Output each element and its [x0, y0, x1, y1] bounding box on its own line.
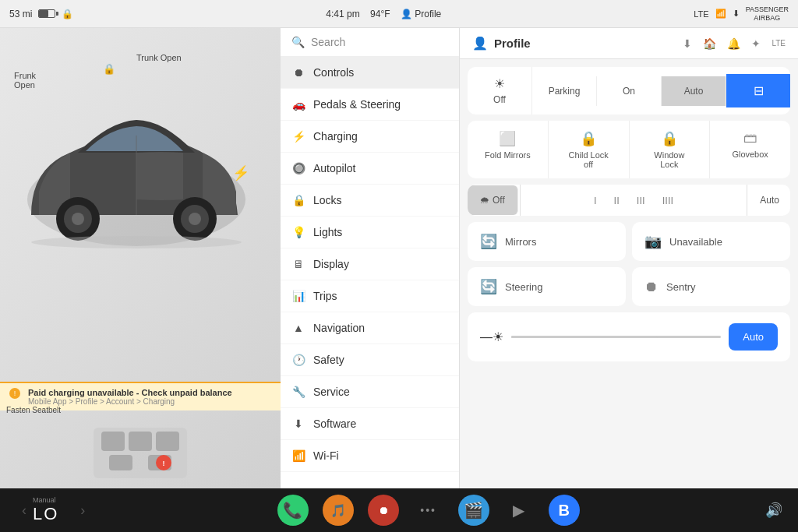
sidebar-icon-lights: 💡 — [291, 226, 305, 238]
sentry-setting[interactable]: ⏺ Sentry — [632, 267, 790, 306]
window-lock-btn[interactable]: 🔒 Window Lock — [630, 121, 711, 178]
wiper-speed-3[interactable]: III — [630, 188, 651, 213]
glovebox-btn[interactable]: 🗃 Glovebox — [710, 121, 790, 178]
sidebar-label-locks: Locks — [313, 194, 342, 206]
sentry-icon: ⏺ — [644, 279, 659, 295]
sidebar-item-display[interactable]: 🖥 Display — [281, 248, 459, 280]
brightness-slider[interactable] — [511, 336, 721, 338]
wiper-off-label: Off — [493, 195, 505, 206]
controls-content: ☀ Off Parking On Auto ⊟ — [460, 59, 798, 375]
lights-off-btn[interactable]: ☀ Off — [468, 67, 532, 115]
phone-app[interactable]: 📞 — [277, 495, 309, 526]
sidebar: 🔍 Search ⏺ Controls 🚗 Pedals & Steering … — [281, 28, 460, 488]
sidebar-item-charging[interactable]: ⚡ Charging — [281, 121, 459, 153]
wiper-auto-label: Auto — [760, 195, 779, 206]
wiper-speed-2[interactable]: II — [608, 188, 626, 213]
main-controls-panel: 👤 Profile ⬇ 🏠 🔔 ✦ LTE ☀ Off Parking On — [460, 28, 798, 488]
sidebar-item-lights[interactable]: 💡 Lights — [281, 217, 459, 248]
sidebar-item-pedals[interactable]: 🚗 Pedals & Steering — [281, 89, 459, 121]
sidebar-label-safety: Safety — [313, 354, 344, 366]
child-lock-btn[interactable]: 🔒 Child Lock off — [549, 121, 630, 178]
volume-icon[interactable]: 🔊 — [765, 502, 782, 519]
fold-mirrors-icon: ⬜ — [499, 130, 516, 147]
lights-off-label: Off — [493, 94, 506, 105]
wiper-speed-options: I II III IIII — [522, 188, 746, 213]
sidebar-icon-display: 🖥 — [291, 258, 305, 270]
wiper-speed-4[interactable]: IIII — [656, 188, 680, 213]
lights-highbeam-btn[interactable]: ⊟ — [726, 74, 790, 107]
play-icon: ▶ — [513, 501, 524, 520]
brightness-low-icon: —☀ — [480, 329, 503, 344]
download-profile-icon[interactable]: ⬇ — [683, 37, 692, 50]
profile-title: Profile — [494, 37, 676, 50]
lights-on-btn[interactable]: On — [597, 76, 662, 106]
wipers-control-row: 🌧 Off I II III IIII Auto — [468, 185, 790, 216]
lte-label: LTE — [694, 9, 708, 19]
camera-app[interactable]: ⏺ — [368, 495, 399, 526]
sidebar-item-service[interactable]: 🔧 Service — [281, 376, 459, 408]
sidebar-label-display: Display — [313, 258, 349, 270]
profile-action-icons[interactable]: ⬇ 🏠 🔔 ✦ LTE — [683, 37, 786, 50]
sidebar-label-wifi: Wi-Fi — [313, 449, 339, 462]
sidebar-item-locks[interactable]: 🔒 Locks — [281, 185, 459, 217]
lights-auto-label: Auto — [684, 86, 704, 97]
wiper-auto-btn[interactable]: Auto — [749, 185, 790, 215]
bluetooth-icon: B — [558, 502, 569, 520]
media-app[interactable]: 🎬 — [458, 495, 489, 526]
sidebar-label-lights: Lights — [313, 226, 342, 238]
brightness-auto-btn[interactable]: Auto — [729, 323, 778, 351]
bluetooth-status-icon[interactable]: ✦ — [751, 37, 761, 50]
alert-subtitle: Mobile App > Profile > Account > Chargin… — [28, 397, 232, 406]
time-display: 4:41 pm — [326, 9, 359, 19]
sidebar-item-controls[interactable]: ⏺ Controls — [281, 57, 459, 89]
sidebar-item-autopilot[interactable]: 🔘 Autopilot — [281, 153, 459, 185]
divider2 — [747, 185, 747, 216]
bell-icon[interactable]: 🔔 — [727, 37, 740, 50]
bluetooth-app[interactable]: B — [549, 495, 580, 526]
svg-point-7 — [31, 236, 242, 248]
camera-record-icon: ⏺ — [378, 504, 389, 516]
window-lock-label: Window Lock — [654, 150, 684, 169]
search-bar[interactable]: 🔍 Search — [281, 28, 459, 57]
fold-mirrors-label: Fold Mirrors — [485, 150, 531, 160]
nav-right-arrow[interactable]: › — [74, 502, 91, 519]
status-bar: 53 mi 🔒 4:41 pm 94°F 👤 Profile LTE 📶 ⬇ P… — [0, 0, 798, 28]
wiper-speed-1[interactable]: I — [588, 188, 603, 213]
music-icon: 🎵 — [330, 503, 346, 518]
sidebar-label-software: Software — [313, 417, 356, 430]
charging-badge: ⚡ — [232, 164, 249, 181]
svg-rect-13 — [109, 455, 132, 470]
quick-controls-row: ⬜ Fold Mirrors 🔒 Child Lock off 🔒 Window… — [468, 121, 790, 178]
home-icon[interactable]: 🏠 — [703, 37, 716, 50]
sidebar-item-wifi[interactable]: 📶 Wi-Fi — [281, 440, 459, 472]
music-app[interactable]: 🎵 — [323, 495, 354, 526]
sidebar-item-safety[interactable]: 🕐 Safety — [281, 344, 459, 376]
wiper-off-btn[interactable]: 🌧 Off — [468, 185, 518, 215]
svg-rect-10 — [101, 432, 125, 451]
lights-auto-btn[interactable]: Auto — [662, 76, 726, 106]
lock-buttons: ⬜ Fold Mirrors 🔒 Child Lock off 🔒 Window… — [468, 121, 790, 178]
steering-setting[interactable]: 🔄 Steering — [468, 267, 626, 306]
sidebar-item-software[interactable]: ⬇ Software — [281, 408, 459, 440]
more-apps[interactable]: ••• — [413, 495, 444, 526]
sidebar-item-trips[interactable]: 📊 Trips — [281, 280, 459, 312]
brightness-fill — [511, 336, 658, 338]
media-icon: 🎬 — [464, 501, 483, 520]
lock-icon: 🔒 — [62, 9, 73, 19]
phone-icon: 📞 — [283, 501, 302, 520]
wiper-icon: 🌧 — [480, 195, 489, 206]
lights-options: ☀ Off Parking On Auto ⊟ — [468, 67, 790, 115]
svg-rect-11 — [129, 432, 152, 451]
mirrors-setting[interactable]: 🔄 Mirrors — [468, 222, 626, 261]
sun-icon: ☀ — [494, 76, 505, 91]
lights-parking-btn[interactable]: Parking — [532, 76, 597, 106]
svg-text:!: ! — [163, 460, 165, 467]
nav-left-arrow[interactable]: ‹ — [16, 502, 33, 519]
passenger-airbag: PASSENGERAIRBAG — [746, 5, 789, 23]
sidebar-icon-wifi: 📶 — [291, 449, 305, 462]
play-app[interactable]: ▶ — [503, 495, 535, 526]
sidebar-item-navigation[interactable]: ▲ Navigation — [281, 312, 459, 344]
fold-mirrors-btn[interactable]: ⬜ Fold Mirrors — [468, 121, 549, 178]
profile-header: 👤 Profile ⬇ 🏠 🔔 ✦ LTE — [460, 28, 798, 59]
steering-icon: 🔄 — [480, 278, 497, 295]
